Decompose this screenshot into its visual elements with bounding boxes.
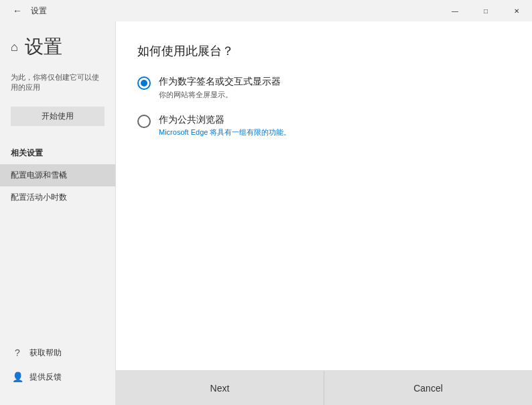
- sidebar-header: ⌂ 设置: [0, 32, 115, 67]
- dialog-footer: Next Cancel: [116, 370, 532, 405]
- sidebar-bottom: ? 获取帮助 👤 提供反馈: [0, 341, 115, 394]
- radio-button-digital[interactable]: [137, 76, 151, 90]
- next-button[interactable]: Next: [116, 371, 324, 405]
- maximize-button[interactable]: □: [470, 0, 501, 21]
- home-icon: ⌂: [11, 40, 18, 54]
- radio-main-text-digital: 作为数字签名或交互式显示器: [159, 75, 281, 89]
- sidebar-title: 设置: [25, 38, 62, 56]
- feedback-icon: 👤: [11, 370, 24, 384]
- titlebar-title: 设置: [31, 5, 47, 17]
- radio-option-digital[interactable]: 作为数字签名或交互式显示器 你的网站将全屏显示。: [137, 75, 511, 100]
- minimize-button[interactable]: —: [440, 0, 470, 21]
- radio-label-digital: 作为数字签名或交互式显示器 你的网站将全屏显示。: [159, 75, 281, 100]
- start-button[interactable]: 开始使用: [11, 107, 105, 126]
- app-layout: ⌂ 设置 为此，你将仅创建它可以使用的应用 开始使用 相关设置 配置电源和雪橇 …: [0, 21, 532, 405]
- radio-main-text-browser: 作为公共浏览器: [159, 113, 291, 127]
- cancel-button[interactable]: Cancel: [324, 371, 532, 405]
- back-button[interactable]: ←: [8, 1, 27, 20]
- window-controls: — □ ✕: [440, 0, 532, 21]
- radio-label-browser: 作为公共浏览器 Microsoft Edge 将具有一组有限的功能。: [159, 113, 291, 138]
- content-area: 如何使用此展台？ 作为数字签名或交互式显示器 你的网站将全屏显示。 作为公共浏览…: [115, 21, 532, 405]
- titlebar: ← 设置 — □ ✕: [0, 0, 532, 21]
- feedback-item[interactable]: 👤 提供反馈: [0, 365, 115, 389]
- feedback-label: 提供反馈: [29, 371, 62, 383]
- help-icon: ?: [11, 346, 24, 359]
- sidebar-description: 为此，你将仅创建它可以使用的应用: [0, 67, 115, 104]
- get-help-item[interactable]: ? 获取帮助: [0, 341, 115, 365]
- radio-sub-text-browser: Microsoft Edge 将具有一组有限的功能。: [159, 127, 291, 137]
- sidebar: ⌂ 设置 为此，你将仅创建它可以使用的应用 开始使用 相关设置 配置电源和雪橇 …: [0, 21, 115, 405]
- radio-inner-digital: [141, 80, 147, 86]
- radio-sub-text-digital: 你的网站将全屏显示。: [159, 90, 281, 100]
- radio-button-browser[interactable]: [137, 115, 151, 128]
- sidebar-link-hours[interactable]: 配置活动小时数: [0, 186, 115, 209]
- radio-option-browser[interactable]: 作为公共浏览器 Microsoft Edge 将具有一组有限的功能。: [137, 113, 511, 138]
- sidebar-link-power[interactable]: 配置电源和雪橇: [0, 164, 115, 186]
- dialog-body: 如何使用此展台？ 作为数字签名或交互式显示器 你的网站将全屏显示。 作为公共浏览…: [116, 21, 532, 370]
- close-button[interactable]: ✕: [501, 0, 532, 21]
- related-settings-title: 相关设置: [0, 142, 115, 164]
- get-help-label: 获取帮助: [29, 347, 62, 359]
- dialog-question: 如何使用此展台？: [137, 43, 511, 59]
